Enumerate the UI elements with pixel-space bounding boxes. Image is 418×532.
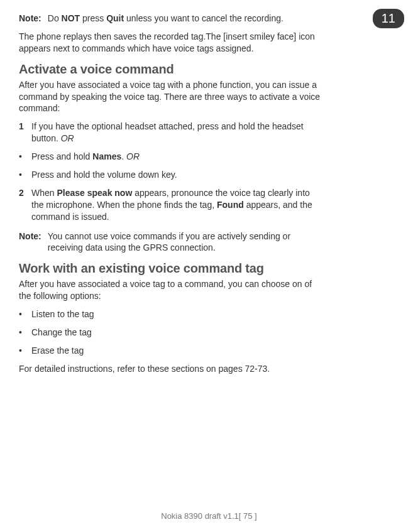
list-item: 1 If you have the optional headset attac… — [19, 121, 321, 144]
chapter-number-badge: 11 — [373, 9, 404, 28]
list-item: • Listen to the tag — [19, 308, 321, 320]
bullet-body: Erase the tag — [31, 345, 321, 357]
step-body: When Please speak now appears, pronounce… — [31, 187, 321, 223]
bullet-body: Listen to the tag — [31, 308, 321, 320]
heading-activate: Activate a voice command — [19, 62, 321, 77]
text-bold: NOT — [62, 13, 80, 23]
list-item: 2 When Please speak now appears, pronoun… — [19, 187, 321, 223]
text-bold: Quit — [106, 13, 124, 23]
bullet-icon: • — [19, 327, 31, 339]
bullet-icon: • — [19, 169, 31, 181]
text-bold: Please speak now — [57, 188, 132, 198]
instruction-list: 1 If you have the optional headset attac… — [19, 121, 321, 222]
heading-existing-tag: Work with an existing voice command tag — [19, 261, 321, 276]
bullet-body: Change the tag — [31, 327, 321, 339]
step-number: 1 — [19, 121, 31, 144]
bullet-body: Press and hold Names. OR — [31, 151, 321, 163]
text-bold: Names — [92, 151, 121, 161]
options-list: • Listen to the tag • Change the tag • E… — [19, 308, 321, 357]
text: Do — [48, 13, 62, 23]
note-quit: Note:Do NOT press Quit unless you want t… — [19, 13, 321, 24]
paragraph: The phone replays then saves the recorde… — [19, 31, 321, 55]
page-content: Note:Do NOT press Quit unless you want t… — [19, 13, 321, 375]
paragraph: For detailed instructions, refer to thes… — [19, 363, 321, 375]
note-body: You cannot use voice commands if you are… — [48, 231, 321, 254]
bullet-icon: • — [19, 151, 31, 163]
bullet-body: Press and hold the volume down key. — [31, 169, 321, 181]
paragraph: After you have associated a voice tag wi… — [19, 79, 321, 115]
note-gprs: Note: You cannot use voice commands if y… — [19, 231, 321, 254]
note-label: Note: — [19, 13, 41, 24]
text-italic: OR — [126, 151, 140, 161]
list-item: • Erase the tag — [19, 345, 321, 357]
text: When — [31, 188, 57, 198]
bullet-icon: • — [19, 308, 31, 320]
list-item: • Press and hold the volume down key. — [19, 169, 321, 181]
text-bold: Found — [217, 200, 244, 210]
text: unless you want to cancel the recording. — [124, 13, 283, 23]
text: Press and hold — [31, 151, 92, 161]
list-item: • Change the tag — [19, 327, 321, 339]
text: . — [121, 151, 126, 161]
step-number: 2 — [19, 187, 31, 223]
text: press — [80, 13, 106, 23]
bullet-icon: • — [19, 345, 31, 357]
list-item: • Press and hold Names. OR — [19, 151, 321, 163]
page-footer: Nokia 8390 draft v1.1[ 75 ] — [0, 511, 418, 521]
note-label: Note: — [19, 231, 41, 254]
paragraph: After you have associated a voice tag to… — [19, 278, 321, 302]
text-italic: OR — [61, 133, 74, 143]
step-body: If you have the optional headset attache… — [31, 121, 321, 144]
